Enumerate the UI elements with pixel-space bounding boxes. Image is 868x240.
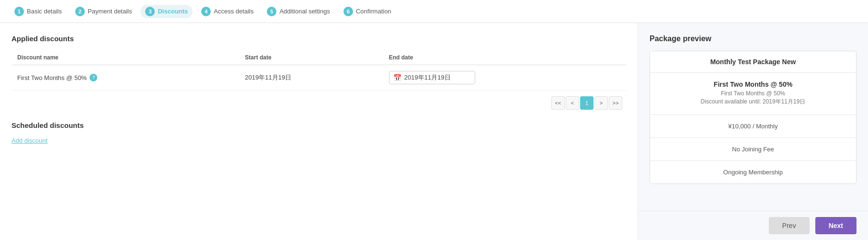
- membership-type-text: Ongoing Membership: [658, 169, 848, 176]
- step-circle: 4: [201, 7, 211, 16]
- step-circle: 1: [14, 7, 24, 16]
- col-header-name: Discount name: [11, 50, 239, 65]
- step-item-confirmation[interactable]: 6Confirmation: [339, 5, 396, 18]
- step-label: Additional settings: [279, 8, 330, 15]
- info-icon[interactable]: ?: [90, 74, 97, 81]
- page-first-btn[interactable]: <<: [551, 96, 565, 110]
- page-next-btn[interactable]: >: [594, 96, 608, 110]
- step-item-discounts[interactable]: 3Discounts: [140, 5, 193, 18]
- add-discount-link[interactable]: Add discount: [11, 137, 47, 144]
- step-circle: 2: [75, 7, 85, 16]
- step-label: Payment details: [88, 8, 132, 15]
- joining-fee-text: No Joining Fee: [658, 146, 848, 153]
- step-label: Access details: [214, 8, 253, 15]
- calendar-icon: 📅: [393, 74, 401, 81]
- price-section: ¥10,000 / Monthly: [650, 115, 856, 138]
- discount-name-text: First Two Months @ 50%: [17, 74, 87, 81]
- end-date-input[interactable]: [404, 74, 471, 81]
- membership-type-section: Ongoing Membership: [650, 161, 856, 183]
- page-prev-btn[interactable]: <: [566, 96, 579, 110]
- end-date-cell: 📅: [383, 65, 626, 91]
- discount-name-cell: First Two Months @ 50%?: [17, 74, 233, 81]
- step-circle: 5: [267, 7, 276, 16]
- start-date-cell: 2019年11月19日: [239, 65, 383, 91]
- date-input-wrapper[interactable]: 📅: [389, 71, 475, 84]
- step-item-access-details[interactable]: 4Access details: [196, 5, 258, 18]
- discount-section: First Two Months @ 50% First Two Months …: [650, 73, 856, 115]
- step-label: Discounts: [158, 8, 188, 15]
- page-last-btn[interactable]: >>: [609, 96, 622, 110]
- discount-table: Discount name Start date End date First …: [11, 50, 626, 91]
- scheduled-discounts-section: Scheduled discounts Add discount: [11, 121, 626, 144]
- step-label: Confirmation: [356, 8, 391, 15]
- left-panel: Applied discounts Discount name Start da…: [0, 23, 638, 240]
- price-text: ¥10,000 / Monthly: [658, 123, 848, 130]
- bottom-bar: Prev Next: [638, 211, 868, 240]
- applied-discounts-title: Applied discounts: [11, 34, 626, 43]
- prev-button[interactable]: Prev: [769, 217, 810, 234]
- discount-sub2: Discount available until: 2019年11月19日: [658, 98, 848, 106]
- preview-area: Package preview Monthly Test Package New…: [638, 23, 868, 211]
- step-item-payment-details[interactable]: 2Payment details: [70, 5, 137, 18]
- stepper-nav: 1Basic details2Payment details3Discounts…: [0, 0, 868, 23]
- step-label: Basic details: [27, 8, 62, 15]
- right-panel: Package preview Monthly Test Package New…: [638, 23, 868, 240]
- package-card: Monthly Test Package New First Two Month…: [650, 51, 857, 184]
- table-row: First Two Months @ 50%?2019年11月19日📅: [11, 65, 626, 91]
- package-name: Monthly Test Package New: [650, 51, 856, 73]
- col-header-start: Start date: [239, 50, 383, 65]
- step-circle: 3: [145, 7, 155, 16]
- preview-title: Package preview: [650, 34, 857, 43]
- joining-fee-section: No Joining Fee: [650, 138, 856, 161]
- col-header-end: End date: [383, 50, 626, 65]
- page-current-btn[interactable]: 1: [580, 96, 594, 110]
- step-item-additional-settings[interactable]: 5Additional settings: [262, 5, 335, 18]
- next-button[interactable]: Next: [815, 217, 857, 234]
- main-layout: Applied discounts Discount name Start da…: [0, 23, 868, 240]
- step-circle: 6: [343, 7, 353, 16]
- step-item-basic-details[interactable]: 1Basic details: [10, 5, 67, 18]
- discount-sub1: First Two Months @ 50%: [658, 90, 848, 97]
- discount-name: First Two Months @ 50%: [658, 80, 848, 88]
- scheduled-discounts-title: Scheduled discounts: [11, 121, 626, 129]
- pagination: << < 1 > >>: [11, 96, 626, 110]
